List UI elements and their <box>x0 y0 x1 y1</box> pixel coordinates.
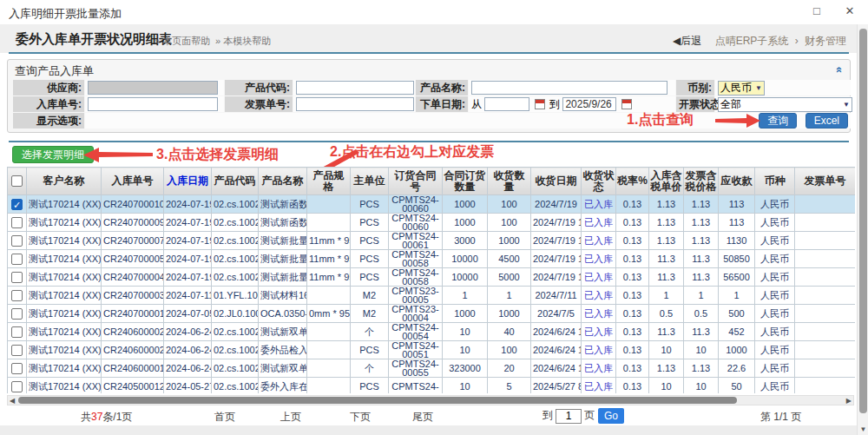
column-header[interactable]: 收货状态 <box>582 168 616 195</box>
table-row[interactable]: 测试170214 (XX)CR2407000052024-07-1902.cs.… <box>8 250 856 268</box>
row-checkbox-cell <box>8 323 27 341</box>
table-row[interactable]: 测试170214 (XX)CR2407000092024-07-1902.cs.… <box>8 214 856 232</box>
supplier-input[interactable] <box>88 81 218 95</box>
column-header[interactable]: 发票含税价格 <box>684 168 719 195</box>
table-cell: PCS <box>351 250 389 268</box>
page-help-link[interactable]: » 本页面帮助 <box>155 35 210 48</box>
query-button[interactable]: 查询 <box>759 113 797 129</box>
column-header[interactable]: 主单位 <box>351 168 389 195</box>
column-header[interactable]: 产品规格 <box>307 168 351 195</box>
column-header[interactable]: 订货合同号 <box>389 168 443 195</box>
module-help-link[interactable]: » 本模块帮助 <box>215 35 271 48</box>
first-page-link[interactable]: 首页 <box>214 410 235 425</box>
go-button[interactable]: Go <box>598 408 624 424</box>
row-checkbox[interactable] <box>11 272 23 283</box>
column-header[interactable]: 税率% <box>616 168 649 195</box>
table-cell: 10000 <box>443 268 488 287</box>
row-checkbox-cell <box>8 214 27 232</box>
inbound-no-input[interactable] <box>88 97 218 111</box>
date-from-label: 从 <box>471 98 482 110</box>
column-header[interactable]: 合同订货数量 <box>443 168 488 195</box>
table-cell: 已入库 <box>582 359 616 378</box>
column-header[interactable]: 收货日期 <box>531 168 582 195</box>
column-header[interactable]: 币种 <box>755 168 795 195</box>
row-checkbox[interactable] <box>11 326 23 338</box>
table-cell: CR240600001 <box>102 359 164 378</box>
page-number-input[interactable] <box>556 409 582 424</box>
table-row[interactable]: 测试170214 (XX)CR2405000122024-05-2702.cs.… <box>8 378 856 394</box>
table-row[interactable]: 测试170214 (XX)CR2406000022024-06-2402.cs.… <box>8 341 856 359</box>
close-icon[interactable]: ✕ <box>842 4 858 17</box>
breadcrumb-system[interactable]: 点晴ERP子系统 <box>715 35 789 47</box>
table-row[interactable]: 测试170214 (XX)CR2406000022024-06-2402.cs.… <box>8 323 856 341</box>
column-header[interactable]: 入库含税单价 <box>649 168 684 195</box>
row-checkbox[interactable] <box>11 235 23 247</box>
table-cell: 人民币 <box>755 305 795 323</box>
next-page-link[interactable]: 下页 <box>350 410 371 425</box>
table-row[interactable]: 测试170214 (XX)CR2407000042024-07-1902.cs.… <box>8 268 856 287</box>
last-page-link[interactable]: 尾页 <box>412 410 433 425</box>
excel-button[interactable]: Excel <box>806 113 848 129</box>
row-checkbox[interactable]: ✓ <box>11 199 23 210</box>
scroll-down-icon[interactable]: ▼ <box>858 425 868 433</box>
maximize-icon[interactable]: □ <box>809 4 825 17</box>
table-row[interactable]: 测试170214 (XX)CR2407000032024-07-1101.YFL… <box>8 287 856 305</box>
invoice-no-input[interactable] <box>296 97 414 111</box>
column-header[interactable]: 产品代码 <box>212 168 259 195</box>
column-header[interactable]: 入库单号 <box>102 168 164 195</box>
table-cell <box>307 341 351 359</box>
table-cell: 11mm * 95m <box>307 268 351 287</box>
scroll-left-icon[interactable]: ◀ <box>10 396 15 405</box>
product-code-input[interactable] <box>296 81 414 95</box>
horizontal-scrollbar[interactable]: ◀ ▶ <box>7 395 854 405</box>
product-name-input[interactable] <box>471 81 667 95</box>
table-cell: 测试新批量领 <box>259 250 307 268</box>
table-cell: 2024/7/19 10 <box>531 268 582 287</box>
invoice-status-select[interactable]: 全部 ▼ <box>718 97 852 112</box>
row-checkbox[interactable] <box>11 290 23 301</box>
table-cell: PCS <box>351 268 389 287</box>
table-cell <box>795 341 856 359</box>
date-to-input[interactable] <box>562 97 616 111</box>
table-row[interactable]: 测试170214 (XX)CR2407000072024-07-1902.cs.… <box>8 232 856 250</box>
table-row[interactable]: ✓测试170214 (XX)CR2407000102024-07-1902.cs… <box>8 195 856 214</box>
select-all-checkbox[interactable] <box>11 175 23 187</box>
column-header[interactable]: 入库日期 <box>164 168 212 195</box>
row-checkbox-cell <box>8 287 27 305</box>
table-cell: 测试170214 (XX) <box>27 341 102 359</box>
scroll-right-icon[interactable]: ▶ <box>846 396 852 405</box>
column-header[interactable]: 应收款 <box>719 168 755 195</box>
vertical-scrollbar[interactable]: ▼ <box>857 24 868 435</box>
table-cell: 测试170214 (XX) <box>27 232 102 250</box>
table-cell: 0.13 <box>616 250 649 268</box>
table-row[interactable]: 测试170214 (XX)CR2407000012024-07-0502.JL0… <box>8 305 856 323</box>
row-checkbox[interactable] <box>11 363 23 374</box>
calendar-icon[interactable] <box>535 99 545 109</box>
column-header[interactable]: 产品名称 <box>259 168 307 195</box>
results-table: 客户名称入库单号入库日期产品代码产品名称产品规格主单位订货合同号合同订货数量收货… <box>7 167 855 393</box>
date-to-label: 到 <box>549 98 560 110</box>
column-header[interactable]: 客户名称 <box>27 168 102 195</box>
search-panel-title: 查询产品入库单 <box>15 64 94 77</box>
row-checkbox[interactable] <box>11 217 23 228</box>
row-checkbox[interactable] <box>11 308 23 320</box>
row-checkbox[interactable] <box>11 345 23 356</box>
row-checkbox-cell <box>8 341 27 359</box>
calendar-icon[interactable] <box>621 99 632 109</box>
currency-select[interactable]: 人民币 ▼ <box>718 81 765 96</box>
collapse-icon[interactable]: » <box>832 67 845 73</box>
row-checkbox[interactable] <box>11 254 23 265</box>
table-cell: 测试材料1608 <box>259 287 307 305</box>
column-header[interactable]: 发票单号 <box>795 168 856 195</box>
breadcrumb-module[interactable]: 财务管理 <box>805 35 846 47</box>
row-checkbox[interactable] <box>11 381 23 392</box>
back-link[interactable]: ◀后退 <box>673 35 701 47</box>
prev-page-link[interactable]: 上页 <box>280 410 301 425</box>
select-invoice-detail-button[interactable]: 选择发票明细 <box>12 146 94 163</box>
table-cell: 10000 <box>443 250 488 268</box>
vertical-scrollbar-thumb[interactable] <box>859 29 867 413</box>
table-row[interactable]: 测试170214 (XX)CR2406000012024-06-2402.cs.… <box>8 359 856 378</box>
horizontal-scrollbar-thumb[interactable] <box>18 397 737 404</box>
column-header[interactable]: 收货数量 <box>488 168 531 195</box>
date-from-input[interactable] <box>484 97 529 111</box>
